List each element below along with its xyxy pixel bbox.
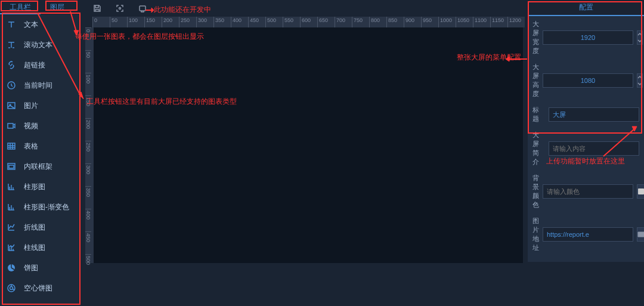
config-title: 配置 (528, 0, 644, 16)
width-label: 大屏宽度 (532, 20, 539, 55)
intro-label: 大屏简介 (532, 131, 545, 166)
title-input[interactable] (549, 107, 639, 122)
barline-icon (6, 242, 17, 253)
svg-rect-8 (9, 165, 14, 168)
annotation-text: 上传功能暂时放置在这里 (546, 156, 625, 166)
imgurl-label: 图片地址 (532, 217, 539, 252)
annotation-text: 工具栏按钮这里有目前大屏已经支持的图表类型 (86, 97, 237, 107)
bgcolor-label: 背景颜色 (532, 174, 539, 209)
pie-icon (6, 262, 17, 273)
svg-rect-1 (140, 6, 145, 11)
colorpicker-button[interactable] (637, 184, 644, 199)
upload-button[interactable] (637, 227, 644, 242)
sidebar-item-donutchart[interactable]: 空心饼图 (0, 278, 80, 298)
height-label: 大屏高度 (532, 63, 539, 98)
component-sidebar: 文本 滚动文本 超链接 当前时间 图片 视频 表格 内联框架 柱形图 柱形图-渐… (0, 14, 80, 306)
imgurl-input[interactable] (543, 227, 633, 242)
sidebar-item-time[interactable]: 当前时间 (0, 75, 80, 95)
table-icon (6, 141, 17, 152)
height-input[interactable] (543, 73, 633, 88)
svg-rect-6 (8, 143, 15, 149)
image-icon (6, 100, 17, 111)
sidebar-item-text[interactable]: 文本 (0, 14, 80, 35)
video-icon (6, 120, 17, 131)
gradientbar-icon (6, 202, 17, 212)
line-icon (6, 222, 17, 233)
config-panel: 配置 大屏宽度 大屏高度 标题 大屏简介 背景颜色 图片地址 (528, 0, 644, 262)
sidebar-item-scrolltext[interactable]: 滚动文本 (0, 35, 80, 55)
svg-rect-5 (8, 123, 13, 128)
tab-toolbar[interactable]: 工具栏 (0, 0, 41, 14)
sidebar-item-linechart[interactable]: 折线图 (0, 217, 80, 237)
save-icon[interactable] (92, 4, 102, 13)
sidebar-item-image[interactable]: 图片 (0, 95, 80, 116)
annotation-text: 整张大屏的菜单配置 (457, 52, 521, 63)
sidebar-item-hyperlink[interactable]: 超链接 (0, 55, 80, 75)
donut-icon (6, 283, 17, 293)
bgcolor-input[interactable] (543, 184, 633, 199)
annotation-text: 每使用一张图表，都会在图层按钮出显示 (75, 32, 204, 42)
clock-icon (6, 80, 17, 91)
width-input[interactable] (543, 30, 633, 45)
sidebar-item-table[interactable]: 表格 (0, 136, 80, 156)
horizontal-ruler (92, 17, 525, 27)
iframe-icon (6, 161, 17, 172)
sidebar-item-barlinechart[interactable]: 柱线图 (0, 237, 80, 258)
svg-rect-12 (638, 188, 644, 194)
annotation-text: 此功能还在开发中 (154, 5, 211, 15)
sidebar-item-gradientbar[interactable]: 柱形图-渐变色 (0, 197, 80, 217)
link-icon (6, 60, 17, 70)
svg-point-0 (119, 8, 121, 10)
text-icon (6, 19, 17, 30)
title-label: 标题 (532, 106, 545, 123)
sidebar-item-video[interactable]: 视频 (0, 116, 80, 136)
bar-icon (6, 181, 17, 192)
svg-point-11 (10, 287, 13, 290)
vertical-ruler: 050100150200250300350400450500 (85, 27, 94, 263)
focus-icon[interactable] (115, 4, 125, 13)
design-canvas[interactable] (94, 27, 523, 263)
intro-input[interactable] (549, 141, 639, 156)
scrolltext-icon (6, 39, 17, 50)
export-icon[interactable] (138, 4, 147, 13)
height-stepper[interactable] (637, 73, 643, 88)
sidebar-item-barchart[interactable]: 柱形图 (0, 177, 80, 197)
sidebar-item-iframe[interactable]: 内联框架 (0, 156, 80, 177)
width-stepper[interactable] (637, 30, 643, 45)
tab-layers[interactable]: 图层 (41, 0, 74, 14)
sidebar-item-piechart[interactable]: 饼图 (0, 258, 80, 278)
canvas-toolbar (92, 2, 147, 14)
